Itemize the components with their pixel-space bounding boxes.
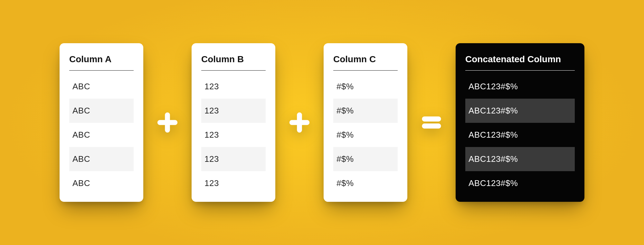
- svg-rect-1: [157, 120, 177, 125]
- table-row: 123: [201, 99, 266, 123]
- column-b-header: Column B: [201, 54, 266, 71]
- table-row: ABC123#$%: [465, 171, 575, 195]
- table-row: ABC123#$%: [465, 123, 575, 147]
- svg-rect-3: [289, 120, 309, 125]
- table-row: ABC: [69, 171, 134, 195]
- plus-icon: [155, 110, 180, 135]
- concatenation-diagram: Column A ABC ABC ABC ABC ABC Column B 12…: [60, 43, 584, 202]
- table-row: 123: [201, 123, 266, 147]
- table-row: 123: [201, 147, 266, 171]
- table-row: ABC123#$%: [465, 74, 575, 99]
- table-row: ABC123#$%: [465, 147, 575, 171]
- table-row: #$%: [333, 99, 398, 123]
- column-c-card: Column C #$% #$% #$% #$% #$%: [324, 43, 407, 202]
- column-a-header: Column A: [69, 54, 134, 71]
- column-b-card: Column B 123 123 123 123 123: [192, 43, 275, 202]
- table-row: #$%: [333, 123, 398, 147]
- svg-rect-5: [422, 123, 441, 129]
- table-row: #$%: [333, 171, 398, 195]
- column-c-header: Column C: [333, 54, 398, 71]
- equals-icon: [419, 110, 444, 135]
- table-row: ABC: [69, 147, 134, 171]
- column-a-card: Column A ABC ABC ABC ABC ABC: [60, 43, 143, 202]
- result-column-header: Concatenated Column: [465, 54, 575, 71]
- table-row: #$%: [333, 74, 398, 99]
- table-row: 123: [201, 74, 266, 99]
- table-row: ABC: [69, 123, 134, 147]
- svg-rect-4: [422, 116, 441, 122]
- table-row: ABC: [69, 99, 134, 123]
- table-row: 123: [201, 171, 266, 195]
- table-row: #$%: [333, 147, 398, 171]
- result-column-card: Concatenated Column ABC123#$% ABC123#$% …: [456, 43, 584, 202]
- table-row: ABC123#$%: [465, 99, 575, 123]
- table-row: ABC: [69, 74, 134, 99]
- plus-icon: [287, 110, 312, 135]
